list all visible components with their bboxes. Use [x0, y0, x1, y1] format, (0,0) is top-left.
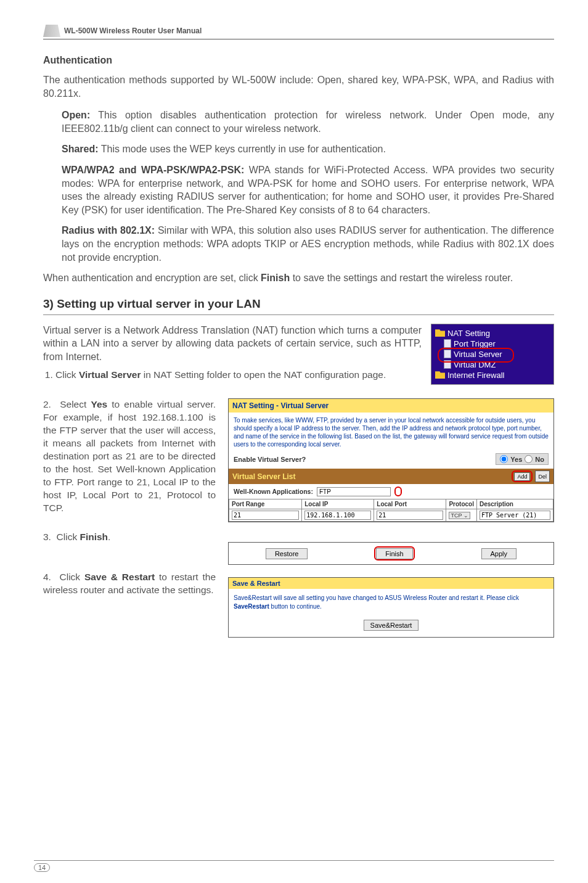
nat-panel-title: NAT Setting - Virtual Server [229, 399, 553, 413]
auth-open: Open: This option disables authenticatio… [62, 109, 554, 135]
auth-heading: Authentication [43, 55, 554, 66]
th-protocol: Protocol [446, 499, 477, 509]
del-button[interactable]: Del [535, 470, 550, 482]
radius-label: Radius with 802.1X: [62, 225, 155, 236]
description-input[interactable] [480, 511, 550, 520]
section3-intro: Virtual server is a Network Address Tran… [43, 324, 422, 364]
step-1: Click Virtual Server in NAT Setting fold… [55, 369, 422, 382]
auth-closing: When authentication and encryption are s… [43, 271, 554, 285]
step-2: 2. Select Yes to enable virtual server. … [43, 398, 216, 514]
nat-panel-desc: To make services, like WWW, FTP, provide… [229, 413, 553, 452]
finish-button[interactable]: Finish [376, 548, 412, 559]
enable-vs-radio-group[interactable]: Yes No [496, 453, 549, 465]
book-icon [43, 25, 60, 37]
th-local-port: Local Port [374, 499, 446, 509]
th-local-ip: Local IP [302, 499, 374, 509]
th-port-range: Port Range [229, 499, 302, 509]
protocol-select[interactable]: TCP ⌄ [449, 512, 470, 519]
closing-post: to save the settings and restart the wir… [290, 273, 513, 283]
add-button[interactable]: Add [514, 472, 530, 481]
nav-virtual-server[interactable]: Virtual Server [434, 349, 551, 359]
table-row: TCP ⌄ [229, 509, 553, 522]
save-restart-panel: Save & Restart Save&Restart will save al… [228, 577, 554, 638]
shared-label: Shared: [62, 144, 99, 154]
step-3: 3. Click Finish. [43, 531, 216, 544]
local-ip-input[interactable] [304, 511, 371, 520]
virtual-server-table: Port Range Local IP Local Port Protocol … [229, 499, 553, 522]
apply-button[interactable]: Apply [481, 548, 517, 559]
radio-no[interactable] [525, 455, 533, 463]
auth-wpa: WPA/WPA2 and WPA-PSK/WPA2-PSK: WPA stand… [62, 163, 554, 216]
shared-text: This mode uses the WEP keys currently in… [99, 144, 386, 154]
step-list: Click Virtual Server in NAT Setting fold… [43, 369, 422, 382]
th-description: Description [476, 499, 553, 509]
nav-nat-setting[interactable]: NAT Setting [434, 328, 551, 339]
doc-header: WL-500W Wireless Router User Manual [43, 25, 554, 39]
auth-radius: Radius with 802.1X: Similar with WPA, th… [62, 224, 554, 264]
restore-button[interactable]: Restore [266, 548, 308, 559]
section3-heading: 3) Setting up virtual server in your LAN [43, 297, 554, 315]
doc-title: WL-500W Wireless Router User Manual [64, 27, 202, 35]
action-bar: Restore Finish Apply [228, 542, 554, 565]
enable-vs-label: Enable Virtual Server? [234, 456, 496, 463]
vs-list-header: Virtual Server List [232, 472, 296, 481]
nat-setting-panel: NAT Setting - Virtual Server To make ser… [228, 398, 554, 522]
page-number: 14 [34, 863, 50, 872]
wka-label: Well-Known Applications: [234, 488, 313, 495]
port-range-input[interactable] [232, 511, 299, 520]
open-label: Open: [62, 110, 90, 120]
folder-icon [435, 329, 445, 337]
wpa-label: WPA/WPA2 and WPA-PSK/WPA2-PSK: [62, 165, 244, 175]
local-port-input[interactable] [377, 511, 443, 520]
open-text: This option disables authentication prot… [62, 110, 554, 134]
wka-input[interactable] [317, 487, 391, 496]
highlight-icon [394, 487, 402, 496]
radio-yes[interactable] [500, 455, 508, 463]
step-4: 4. Click Save & Restart to restart the w… [43, 571, 216, 597]
footer-rule [34, 860, 554, 861]
folder-icon [435, 371, 445, 379]
auth-intro: The authentication methods supported by … [43, 73, 554, 100]
nav-panel: NAT Setting Port Trigger Virtual Server … [431, 324, 554, 385]
file-icon [444, 350, 451, 358]
file-icon [444, 339, 451, 348]
auth-shared: Shared: This mode uses the WEP keys curr… [62, 142, 554, 156]
sr-body: Save&Restart will save all setting you h… [229, 589, 553, 616]
sr-title: Save & Restart [229, 578, 553, 589]
closing-bold: Finish [261, 273, 290, 283]
save-restart-button[interactable]: Save&Restart [364, 620, 419, 631]
closing-pre: When authentication and encryption are s… [43, 273, 261, 283]
nav-internet-firewall[interactable]: Internet Firewall [434, 370, 551, 380]
